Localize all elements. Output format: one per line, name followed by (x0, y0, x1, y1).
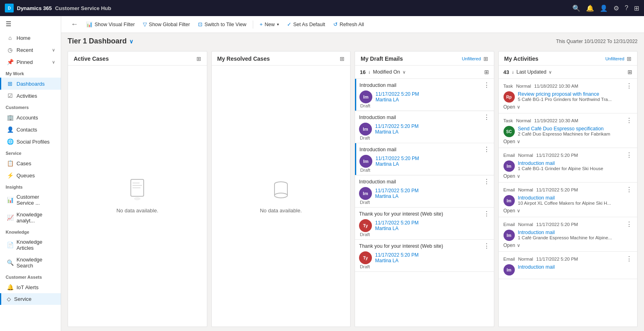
my-activities-grid-icon[interactable]: ⊞ (627, 56, 632, 62)
sidebar-item-customer-service[interactable]: 📊 Customer Service ... (0, 191, 61, 209)
sidebar-label-service-bottom: Service (14, 296, 31, 302)
email-more-4[interactable]: ⋮ (483, 210, 490, 218)
sidebar-item-cases[interactable]: 📋 Cases (0, 157, 61, 169)
email-sender-3[interactable]: Martina LA (375, 193, 490, 199)
activity-more-0[interactable]: ⋮ (626, 82, 632, 90)
sidebar-item-knowledge-search[interactable]: 🔍 Knowledge Search (0, 254, 61, 271)
notification-icon[interactable]: 🔔 (586, 4, 594, 12)
search-icon[interactable]: 🔍 (572, 4, 580, 12)
sidebar-item-social-profiles[interactable]: 🌐 Social Profiles (0, 136, 61, 148)
email-subject-4: Thank you for your interest (Web site) (359, 211, 443, 217)
activity-title-4[interactable]: Introduction mail (518, 230, 633, 235)
draft-emails-grid-icon[interactable]: ⊞ (483, 56, 488, 62)
sidebar-item-activities[interactable]: ☑ Activities (0, 90, 61, 102)
recent-icon: ◷ (7, 47, 13, 53)
list-item[interactable]: Task Normal 11/19/2022 10:30 AM ⋮ SC Sen… (499, 113, 638, 148)
settings-icon[interactable]: ⚙ (613, 4, 619, 12)
sidebar-bottom-service[interactable]: ◇ Service (0, 293, 61, 305)
email-details-0: 11/17/2022 5:20 PM Martina LA (376, 91, 490, 103)
activity-expand-0[interactable]: ∨ (517, 104, 520, 110)
refresh-all-button[interactable]: ↺ Refresh All (330, 20, 367, 29)
draft-emails-controls: Unfiltered ⊞ (462, 56, 488, 62)
activity-title-2[interactable]: Introduction mail (518, 160, 633, 166)
my-activities-sort-label[interactable]: Last Updated (516, 69, 546, 75)
email-more-5[interactable]: ⋮ (483, 242, 490, 250)
sidebar-label-activities: Activities (17, 93, 37, 99)
activity-expand-4[interactable]: ∨ (517, 243, 520, 248)
list-item[interactable]: Introduction mail ⋮ Im 11/17/2022 5:20 P… (355, 143, 494, 175)
sidebar-item-recent[interactable]: ◷ Recent ∨ (0, 44, 61, 56)
list-item[interactable]: Email Normal 11/17/2022 5:20 PM ⋮ Im Int… (499, 183, 638, 217)
grid-icon[interactable]: ⊞ (634, 4, 639, 12)
activity-type-3: Email (504, 187, 515, 192)
sidebar-label-iot: IoT Alerts (17, 284, 39, 290)
activity-expand-1[interactable]: ∨ (517, 139, 520, 144)
email-sender-1[interactable]: Martina LA (375, 129, 490, 135)
activity-more-5[interactable]: ⋮ (626, 255, 632, 263)
list-item[interactable]: Task Normal 11/18/2022 10:30 AM ⋮ Rp Rev… (499, 79, 638, 113)
my-activities-sort-dd[interactable]: ∨ (549, 70, 552, 75)
my-activities-title: My Activities (504, 56, 539, 62)
draft-emails-sort-dd[interactable]: ∨ (402, 70, 406, 75)
sidebar-item-knowledge-articles[interactable]: 📄 Knowledge Articles (0, 236, 61, 254)
hamburger-button[interactable]: ☰ (0, 16, 61, 32)
user-icon[interactable]: 👤 (600, 4, 608, 12)
list-item[interactable]: Email Normal 11/17/2022 5:20 PM ⋮ Im Int… (499, 217, 638, 252)
email-more-3[interactable]: ⋮ (483, 178, 490, 185)
activity-title-0[interactable]: Review pricing proposal with finance (518, 91, 633, 97)
email-more-1[interactable]: ⋮ (483, 113, 490, 121)
switch-tile-view-button[interactable]: ⊡ Switch to Tile View (195, 20, 250, 29)
list-item[interactable]: Email Normal 11/17/2022 5:20 PM ⋮ Im Int… (499, 148, 638, 183)
sidebar-item-contacts[interactable]: 👤 Contacts (0, 123, 61, 136)
email-more-0[interactable]: ⋮ (483, 81, 490, 89)
list-item[interactable]: Email Normal 11/17/2022 5:20 PM ⋮ Im Int… (499, 252, 638, 279)
new-button[interactable]: + New ▾ (256, 20, 282, 29)
dashboard-dropdown-icon[interactable]: ∨ (129, 38, 133, 45)
activity-title-1[interactable]: Send Café Duo Espresso specification (518, 126, 633, 132)
sidebar-item-iot[interactable]: 🔔 IoT Alerts (0, 281, 61, 293)
draft-emails-sort-label[interactable]: Modified On (373, 69, 400, 75)
sidebar-item-pinned[interactable]: 📌 Pinned ∨ (0, 56, 61, 68)
activity-expand-2[interactable]: ∨ (517, 173, 520, 179)
email-sender-2[interactable]: Martina LA (376, 161, 490, 167)
sidebar-label-ks: Knowledge Search (17, 257, 55, 269)
list-item[interactable]: Thank you for your interest (Web site) ⋮… (355, 240, 494, 272)
activity-more-1[interactable]: ⋮ (626, 117, 632, 124)
list-item[interactable]: Introduction mail ⋮ Im 11/17/2022 5:20 P… (355, 111, 494, 143)
show-global-filter-button[interactable]: ▽ Show Global Filter (140, 20, 193, 29)
sidebar-item-queues[interactable]: ⚡ Queues (0, 169, 61, 181)
my-activities-badge: Unfiltered (605, 56, 624, 61)
activity-more-2[interactable]: ⋮ (626, 151, 632, 159)
draft-emails-ctrl-icon[interactable]: ⊞ (484, 69, 489, 75)
activity-expand-3[interactable]: ∨ (517, 208, 520, 214)
back-button[interactable]: ← (68, 19, 81, 30)
email-sender-5[interactable]: Martina LA (375, 258, 490, 263)
set-default-button[interactable]: ✓ Set As Default (284, 20, 328, 29)
list-item[interactable]: Introduction mail ⋮ Im 11/17/2022 5:20 P… (355, 175, 494, 208)
email-sender-4[interactable]: Martina LA (375, 226, 490, 231)
section-label-customers: Customers (0, 102, 61, 111)
active-cases-grid-icon[interactable]: ⊞ (196, 56, 201, 62)
activity-more-3[interactable]: ⋮ (626, 186, 632, 193)
sidebar-item-knowledge-analytics[interactable]: 📈 Knowledge analyt... (0, 209, 61, 226)
list-item[interactable]: Introduction mail ⋮ Im 11/17/2022 5:20 P… (355, 79, 494, 111)
email-more-2[interactable]: ⋮ (483, 146, 490, 153)
show-visual-filter-button[interactable]: 📊 Show Visual Filter (83, 20, 138, 29)
email-draft-4: Draft (360, 232, 490, 237)
resolved-cases-grid-icon[interactable]: ⊞ (340, 56, 345, 62)
email-sender-0[interactable]: Martina LA (376, 97, 490, 103)
sidebar-item-accounts[interactable]: 🏢 Accounts (0, 111, 61, 123)
list-item[interactable]: Thank you for your interest (Web site) ⋮… (355, 208, 494, 240)
no-data-cylinder-icon (271, 179, 291, 203)
my-activities-ctrl-icon[interactable]: ⊞ (627, 69, 632, 75)
sidebar-item-home[interactable]: ⌂ Home (0, 32, 61, 44)
help-icon[interactable]: ? (625, 4, 628, 12)
activity-title-5[interactable]: Introduction mail (518, 264, 633, 270)
activity-title-3[interactable]: Introduction mail (518, 195, 633, 201)
activity-priority-1: Normal (516, 118, 531, 123)
activity-more-4[interactable]: ⋮ (626, 220, 632, 228)
draft-emails-header: My Draft Emails Unfiltered ⊞ (355, 51, 494, 66)
app-name: Dynamics 365 (17, 5, 52, 11)
activity-status-3: Open ∨ (504, 208, 633, 214)
sidebar-item-dashboards[interactable]: ⊞ Dashboards (0, 78, 61, 90)
